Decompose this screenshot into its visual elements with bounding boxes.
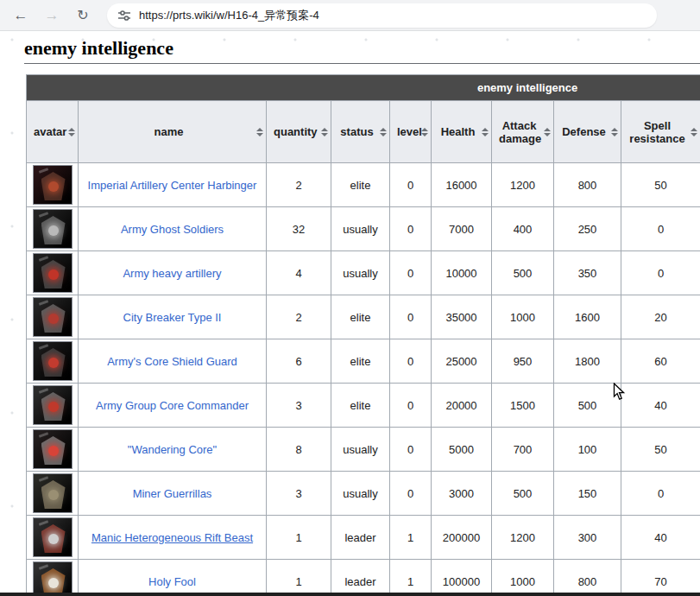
status-cell: elite [331, 339, 390, 384]
enemy-name-link[interactable]: Manic Heterogeneous Rift Beast [91, 531, 253, 544]
enemy-avatar[interactable] [33, 429, 73, 469]
table-row: Army's Core Shield Guard6elite0250009501… [27, 339, 700, 384]
column-header-health[interactable]: Health [432, 101, 492, 163]
attack-cell: 1000 [492, 560, 554, 596]
spell-resistance-cell: 40 [621, 384, 700, 428]
enemy-name-link[interactable]: Army Ghost Soldiers [121, 223, 224, 236]
level-cell: 0 [390, 251, 432, 295]
enemy-avatar[interactable] [33, 473, 73, 513]
avatar-cell [27, 251, 79, 295]
page-content: enemy intelligence enemy intelligenceava… [0, 31, 700, 596]
name-cell: City Breaker Type II [79, 295, 267, 339]
enemy-avatar[interactable] [33, 341, 73, 381]
avatar-cell [27, 207, 79, 251]
column-header-avatar[interactable]: avatar [27, 101, 79, 163]
sort-icon [321, 128, 328, 136]
quantity-cell: 32 [267, 207, 331, 251]
quantity-cell: 8 [267, 428, 331, 472]
defense-cell: 300 [554, 516, 621, 560]
site-settings-icon[interactable] [117, 9, 131, 22]
quantity-cell: 3 [267, 384, 331, 428]
reload-icon[interactable]: ↻ [71, 3, 95, 28]
name-cell: Army heavy artillery [79, 251, 267, 295]
column-header-defense[interactable]: Defense [554, 101, 621, 163]
avatar-cell [27, 339, 79, 384]
defense-cell: 1800 [554, 339, 621, 384]
table-row: Manic Heterogeneous Rift Beast1leader120… [27, 516, 700, 560]
attack-cell: 1200 [492, 516, 554, 560]
column-header-spell_resistance[interactable]: Spell resistance [621, 101, 700, 163]
enemy-intelligence-table: enemy intelligenceavatarnamequantitystat… [26, 74, 700, 596]
avatar-cell [27, 560, 79, 596]
status-cell: leader [331, 516, 390, 560]
column-label: name [155, 125, 184, 138]
back-icon[interactable]: ← [9, 3, 33, 28]
name-cell: Manic Heterogeneous Rift Beast [79, 516, 267, 560]
level-cell: 0 [390, 163, 432, 207]
defense-cell: 250 [554, 207, 621, 251]
defense-cell: 800 [554, 163, 621, 207]
table-row: Miner Guerrillas3usually030005001500 [27, 472, 700, 516]
enemy-avatar[interactable] [33, 561, 73, 596]
avatar-cell [27, 472, 79, 516]
spell-resistance-cell: 20 [621, 295, 700, 339]
avatar-cell [27, 516, 79, 560]
sort-icon [256, 128, 263, 136]
url-text: https://prts.wiki/w/H16-4_异常预案-4 [139, 8, 319, 23]
enemy-name-link[interactable]: Imperial Artillery Center Harbinger [88, 179, 257, 192]
table-row: Holy Fool1leader1100000100080070 [27, 560, 700, 596]
column-label: Attack damage [499, 119, 541, 145]
enemy-name-link[interactable]: Holy Fool [148, 575, 196, 588]
health-cell: 20000 [432, 384, 492, 428]
avatar-cell [27, 384, 79, 428]
quantity-cell: 6 [267, 339, 331, 384]
level-cell: 0 [390, 384, 432, 428]
health-cell: 25000 [432, 339, 492, 384]
health-cell: 35000 [432, 295, 492, 339]
health-cell: 200000 [432, 516, 492, 560]
enemy-avatar[interactable] [33, 385, 73, 425]
avatar-cell [27, 163, 79, 207]
enemy-avatar[interactable] [33, 165, 73, 205]
enemy-avatar[interactable] [33, 253, 73, 293]
spell-resistance-cell: 50 [621, 428, 700, 472]
enemy-name-link[interactable]: City Breaker Type II [123, 311, 222, 324]
column-header-quantity[interactable]: quantity [267, 101, 331, 163]
bottom-edge [0, 593, 700, 596]
sort-icon [380, 128, 387, 136]
spell-resistance-cell: 40 [621, 516, 700, 560]
enemy-name-link[interactable]: Miner Guerrillas [133, 487, 212, 500]
table-row: City Breaker Type II2elite03500010001600… [27, 295, 700, 339]
enemy-name-link[interactable]: Army Group Core Commander [96, 399, 249, 412]
quantity-cell: 2 [267, 295, 331, 339]
column-header-attack[interactable]: Attack damage [492, 101, 554, 163]
enemy-name-link[interactable]: "Wandering Core" [128, 443, 217, 456]
enemy-avatar[interactable] [33, 297, 73, 337]
column-header-level[interactable]: level [390, 101, 432, 163]
health-cell: 16000 [432, 163, 492, 207]
table-row: Imperial Artillery Center Harbinger2elit… [27, 163, 700, 207]
spell-resistance-cell: 60 [621, 339, 700, 384]
enemy-avatar[interactable] [33, 209, 73, 249]
column-header-status[interactable]: status [331, 101, 390, 163]
health-cell: 3000 [432, 472, 492, 516]
enemy-avatar[interactable] [33, 517, 73, 557]
column-header-name[interactable]: name [79, 101, 267, 163]
quantity-cell: 3 [267, 472, 331, 516]
name-cell: "Wandering Core" [79, 428, 267, 472]
defense-cell: 100 [554, 428, 621, 472]
spell-resistance-cell: 0 [621, 472, 700, 516]
address-bar[interactable]: https://prts.wiki/w/H16-4_异常预案-4 [107, 3, 657, 28]
name-cell: Holy Fool [79, 560, 267, 596]
attack-cell: 1200 [492, 163, 554, 207]
health-cell: 10000 [432, 251, 492, 295]
forward-icon[interactable]: → [40, 3, 64, 28]
name-cell: Miner Guerrillas [79, 472, 267, 516]
quantity-cell: 1 [267, 516, 331, 560]
status-cell: leader [331, 560, 390, 596]
column-label: Spell resistance [629, 119, 684, 145]
enemy-name-link[interactable]: Army's Core Shield Guard [107, 355, 237, 368]
level-cell: 0 [390, 295, 432, 339]
status-cell: elite [331, 163, 390, 207]
enemy-name-link[interactable]: Army heavy artillery [123, 267, 221, 280]
